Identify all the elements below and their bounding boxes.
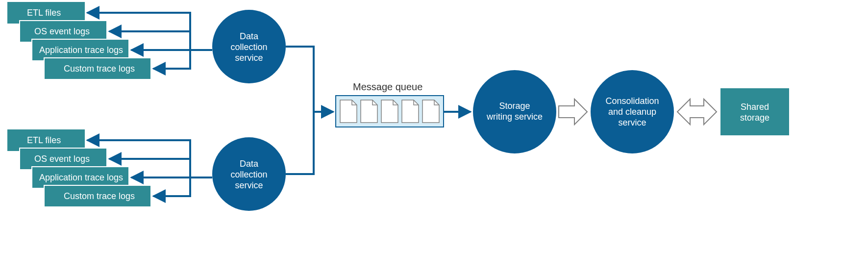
source-group-1: ETL files OS event logs Application trac…	[7, 2, 286, 83]
storage-writer-label: writing service	[486, 112, 543, 122]
queue-title: Message queue	[353, 81, 422, 92]
shared-storage-label: storage	[740, 113, 769, 123]
source-box: Custom trace logs	[44, 58, 151, 79]
consolidation-label: and cleanup	[608, 107, 656, 117]
source-label: ETL files	[27, 135, 61, 145]
hollow-double-arrow-icon	[677, 99, 717, 125]
consolidation-label: Consolidation	[605, 96, 659, 106]
document-icon	[361, 100, 377, 123]
source-label: Application trace logs	[39, 173, 123, 182]
collector-label: service	[235, 180, 263, 190]
document-icon	[340, 100, 357, 123]
document-icon	[381, 100, 398, 123]
source-label: ETL files	[27, 8, 61, 18]
collector-label: Data	[240, 159, 259, 169]
hollow-arrow-icon	[559, 99, 587, 125]
document-icon	[402, 100, 419, 123]
source-box: Custom trace logs	[44, 185, 151, 207]
connector	[286, 47, 314, 112]
source-label: Application trace logs	[39, 45, 123, 55]
collector-label: Data	[240, 31, 259, 41]
collector-label: service	[235, 53, 263, 63]
collector-label: collection	[230, 170, 267, 179]
queue-docs	[340, 100, 439, 123]
document-icon	[422, 100, 439, 123]
shared-storage	[720, 88, 789, 135]
shared-storage-label: Shared	[741, 102, 769, 112]
architecture-diagram: ETL files OS event logs Application trac…	[0, 0, 868, 253]
consolidation-label: service	[618, 118, 646, 127]
storage-writer-label: Storage	[499, 101, 530, 111]
source-label: Custom trace logs	[64, 64, 135, 74]
source-group-2: ETL files OS event logs Application trac…	[7, 129, 286, 211]
source-label: OS event logs	[34, 26, 90, 36]
source-label: Custom trace logs	[64, 191, 135, 201]
collector-label: collection	[230, 42, 267, 52]
source-label: OS event logs	[34, 154, 90, 164]
connector	[286, 112, 314, 174]
